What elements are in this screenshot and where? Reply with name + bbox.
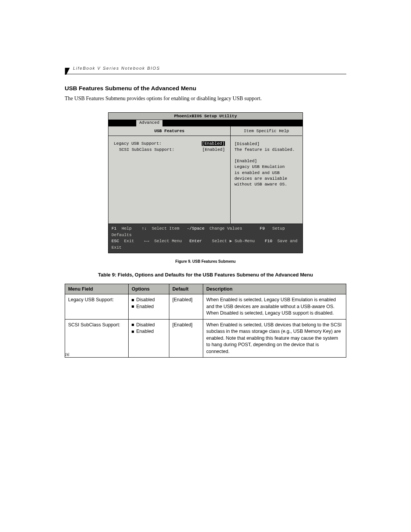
help-line: [Enabled]: [234, 158, 298, 164]
figure-caption: Figure 9. USB Features Submenu: [65, 259, 346, 264]
help-line: [Disabled]: [234, 141, 298, 147]
bios-subtitle: USB Features: [108, 126, 230, 136]
cell-default: [Enabled]: [169, 294, 203, 320]
help-line: without USB aware OS.: [234, 182, 298, 187]
svg-marker-0: [65, 68, 70, 75]
header-rule: [65, 74, 346, 74]
cell-options: Disabled Enabled: [129, 294, 169, 320]
help-line: devices are available: [234, 176, 298, 182]
bios-setting-row: Legacy USB Support: [Enabled]: [114, 141, 225, 146]
bios-tab-advanced: Advanced: [136, 120, 163, 126]
setting-label: SCSI SubClass Support:: [119, 147, 174, 152]
bullet-icon: [132, 305, 134, 308]
help-line: Legacy USB Emulation: [234, 164, 298, 170]
col-header: Menu Field: [65, 284, 129, 294]
table-row: Legacy USB Support: Disabled Enabled [En…: [65, 294, 346, 320]
cell-description: When Enabled is selected, Legacy USB Emu…: [203, 294, 346, 320]
section-title: USB Features Submenu of the Advanced Men…: [65, 85, 346, 92]
bios-help-panel: [Disabled] The feature is disabled. [Ena…: [231, 136, 302, 224]
bios-title: PhoenixBIOS Setup Utility: [108, 113, 303, 120]
options-table: Menu Field Options Default Description L…: [65, 284, 346, 358]
page-header: LifeBook V Series Notebook BIOS: [65, 65, 346, 72]
cell-default: [Enabled]: [169, 319, 203, 358]
table-row: SCSI SubClass Support: Disabled Enabled …: [65, 319, 346, 358]
cell-options: Disabled Enabled: [129, 319, 169, 358]
document-page: LifeBook V Series Notebook BIOS USB Feat…: [0, 0, 411, 380]
bios-tab-bar: Advanced: [108, 120, 303, 126]
table-caption: Table 9: Fields, Options and Defaults fo…: [65, 272, 346, 278]
col-header: Description: [203, 284, 346, 294]
intro-paragraph: The USB Features Submenu provides option…: [65, 96, 346, 102]
cell-description: When Enabled is selected, USB devices th…: [203, 319, 346, 358]
help-line: is enabled and USB: [234, 170, 298, 176]
cell-field: Legacy USB Support:: [65, 294, 129, 320]
bios-footer: F1 Help ↑↓ Select Item -/Space Change Va…: [108, 224, 303, 253]
bullet-icon: [132, 324, 134, 326]
bullet-icon: [132, 331, 134, 333]
header-text: LifeBook V Series Notebook BIOS: [73, 66, 160, 70]
help-line: The feature is disabled.: [234, 147, 298, 153]
setting-label: Legacy USB Support:: [114, 141, 161, 146]
header-arrow-icon: [65, 68, 70, 75]
col-header: Options: [129, 284, 169, 294]
bullet-icon: [132, 299, 134, 301]
page-number: 16: [65, 352, 69, 358]
setting-value: [Enabled]: [202, 147, 225, 152]
cell-field: SCSI SubClass Support:: [65, 319, 129, 358]
bios-screenshot: PhoenixBIOS Setup Utility Advanced USB F…: [108, 112, 303, 253]
table-header-row: Menu Field Options Default Description: [65, 284, 346, 294]
col-header: Default: [169, 284, 203, 294]
bios-settings-panel: Legacy USB Support: [Enabled] SCSI SubCl…: [108, 136, 230, 224]
bios-help-title: Item Specific Help: [231, 126, 302, 136]
setting-value-selected: [Enabled]: [202, 141, 225, 146]
bios-setting-row: SCSI SubClass Support: [Enabled]: [114, 147, 225, 152]
